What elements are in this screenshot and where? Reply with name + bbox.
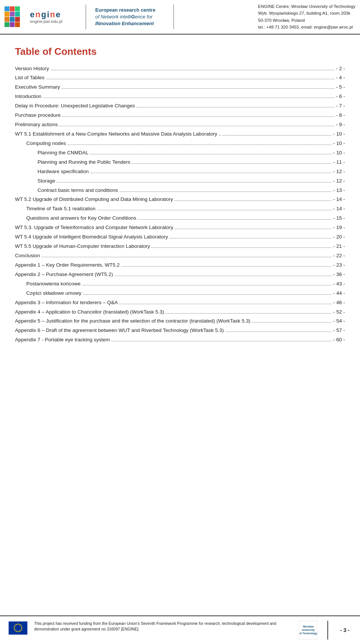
toc-row: Introduction- 6 - — [15, 92, 345, 101]
page-header: engine engine.pwr.edu.pl European resear… — [0, 0, 360, 35]
toc-row: Conclusion- 22 - — [15, 251, 345, 261]
toc-entry-label: Części składowe umowy — [15, 290, 81, 297]
svg-rect-2 — [15, 6, 20, 11]
svg-rect-7 — [10, 17, 15, 22]
logo-section: engine engine.pwr.edu.pl — [4, 3, 80, 31]
toc-entry-label: Appendix 2 – Purchase Agreement (WT5.2) — [15, 271, 113, 279]
toc-entry-label: Storage — [15, 177, 55, 185]
contact-line4: tel.: +48 71 320 3453, email: engine@pwr… — [258, 24, 356, 30]
toc-dots — [42, 257, 332, 257]
toc-dots — [120, 192, 332, 192]
toc-entry-label: WT 5.5 Upgrade of Human-Computer Interac… — [15, 243, 150, 250]
toc-dots — [111, 341, 332, 341]
toc-entry-label: List of Tables — [15, 74, 45, 82]
toc-page-number: - 13 - — [333, 187, 345, 195]
toc-row: Appendix 1 – Key Order Requirements, WT5… — [15, 261, 345, 270]
toc-entry-label: Appendix 6 – Draft of the agreement betw… — [15, 327, 224, 335]
toc-row: Planning and Running the Public Tenders-… — [15, 158, 345, 167]
svg-rect-1 — [10, 6, 15, 11]
toc-dots — [51, 70, 334, 70]
toc-dots — [114, 276, 332, 276]
svg-text:Wrocław: Wrocław — [303, 625, 314, 628]
svg-rect-3 — [4, 12, 9, 17]
header-contact: ENGINE Centre, Wrocław University of Tec… — [258, 3, 356, 31]
toc-row: Timeline of Task 5.1 realization- 14 - — [15, 204, 345, 214]
toc-page-number: - 15 - — [333, 214, 345, 222]
toc-page-number: - 11 - — [333, 158, 345, 166]
header-divider-1 — [86, 5, 86, 29]
toc-entry-label: Purchase procedure — [15, 112, 61, 119]
toc-entry-label: Appendix 3 – Information for tenderers –… — [15, 299, 118, 307]
engine-logo-graphic — [4, 6, 27, 27]
toc-entry-label: WT 5.2 Upgrade of Distributed Computing … — [15, 196, 173, 204]
toc-dots — [175, 229, 332, 229]
toc-dots — [152, 247, 332, 248]
toc-list: Version History- 2 -List of Tables- 4 -E… — [15, 64, 345, 345]
toc-row: Appendix 6 – Draft of the agreement betw… — [15, 326, 345, 335]
toc-entry-label: Introduction — [15, 93, 42, 101]
svg-rect-10 — [10, 22, 15, 27]
toc-page-number: - 20 - — [333, 233, 345, 241]
toc-page-number: - 12 - — [333, 177, 345, 185]
toc-row: Computing nodes- 10 - — [15, 139, 345, 148]
toc-page-number: - 5 - — [336, 83, 345, 91]
toc-dots — [62, 116, 334, 117]
tagline-text: European research centre of Network inte… — [95, 7, 164, 27]
tagline-line1: European research centre — [95, 7, 155, 13]
toc-page-number: - 44 - — [333, 290, 345, 297]
toc-title: Table of Contents — [15, 46, 345, 57]
toc-entry-label: Contract basic terms and conditions — [15, 187, 118, 195]
toc-row: WT 5.5 Upgrade of Human-Computer Interac… — [15, 242, 345, 251]
toc-page-number: - 10 - — [333, 140, 345, 148]
svg-text:of Technology: of Technology — [299, 632, 317, 635]
toc-dots — [225, 332, 332, 332]
toc-entry-label: Planning and Running the Public Tenders — [15, 158, 130, 166]
main-content: Table of Contents Version History- 2 -Li… — [0, 35, 360, 353]
toc-row: Questions and answers for Key Order Cond… — [15, 214, 345, 223]
wut-logo-icon: Wrocław University of Technology — [299, 621, 318, 639]
toc-dots — [165, 313, 332, 314]
svg-rect-9 — [4, 22, 9, 27]
svg-text:University: University — [302, 629, 315, 632]
toc-dots — [90, 154, 332, 154]
toc-entry-label: Postanowienia końcowe — [15, 280, 81, 288]
toc-entry-label: Computing nodes — [15, 140, 66, 148]
toc-page-number: - 12 - — [333, 168, 345, 176]
toc-dots — [83, 294, 332, 295]
toc-dots — [62, 88, 334, 89]
toc-dots — [90, 173, 332, 173]
toc-entry-label: Appendix 5 – Justification for the purch… — [15, 317, 250, 325]
toc-entry-label: Appendix 4 – Application to Chancellor (… — [15, 308, 164, 316]
toc-dots — [97, 210, 332, 210]
toc-page-number: - 10 - — [333, 130, 345, 138]
toc-page-number: - 21 - — [333, 243, 345, 250]
toc-page-number: - 19 - — [333, 224, 345, 232]
toc-row: Delay in Procedure: Unexpected Legislati… — [15, 101, 345, 111]
toc-row: Version History- 2 - — [15, 64, 345, 74]
contact-line3: 50-370 Wrocław, Poland — [258, 17, 356, 24]
toc-page-number: - 60 - — [333, 336, 345, 344]
logo-text: engine engine.pwr.edu.pl — [30, 10, 62, 24]
toc-entry-label: Delay in Procedure: Unexpected Legislati… — [15, 102, 135, 110]
toc-dots — [82, 285, 332, 285]
toc-page-number: - 22 - — [333, 252, 345, 260]
toc-dots — [119, 304, 332, 304]
toc-entry-label: Executive Summary — [15, 83, 60, 91]
toc-row: WT 5.1 Establishment of a New Complex Ne… — [15, 130, 345, 139]
toc-entry-label: Version History — [15, 65, 49, 73]
toc-page-number: - 54 - — [333, 317, 345, 325]
toc-page-number: - 14 - — [333, 196, 345, 204]
toc-dots — [43, 98, 334, 98]
eu-flag-logo — [8, 621, 28, 635]
toc-row: List of Tables- 4 - — [15, 73, 345, 83]
toc-entry-label: Appendix 1 – Key Order Requirements, WT5… — [15, 261, 120, 269]
toc-dots — [57, 182, 332, 182]
toc-page-number: - 7 - — [336, 102, 345, 110]
toc-entry-label: WT 5.4 Upgrade of Intelligent Biomedical… — [15, 233, 168, 241]
toc-dots — [136, 107, 334, 107]
toc-dots — [170, 238, 332, 238]
svg-rect-11 — [15, 22, 20, 27]
toc-page-number: - 46 - — [333, 299, 345, 307]
toc-row: Hardware specification- 12 - — [15, 167, 345, 176]
eu-flag-icon — [9, 621, 27, 635]
